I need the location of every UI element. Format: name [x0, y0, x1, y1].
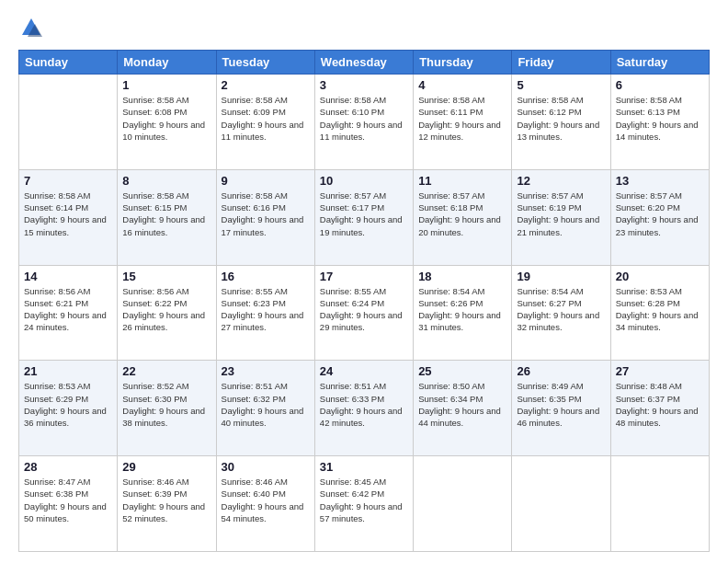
day-number: 30	[222, 460, 310, 474]
calendar-cell: 1Sunrise: 8:58 AMSunset: 6:08 PMDaylight…	[118, 75, 216, 170]
calendar-cell: 29Sunrise: 8:46 AMSunset: 6:39 PMDayligh…	[118, 456, 216, 552]
calendar-cell: 20Sunrise: 8:53 AMSunset: 6:28 PMDayligh…	[610, 265, 709, 361]
calendar-cell: 17Sunrise: 8:55 AMSunset: 6:24 PMDayligh…	[314, 265, 413, 361]
calendar-cell: 24Sunrise: 8:51 AMSunset: 6:33 PMDayligh…	[314, 361, 413, 456]
day-info: Sunrise: 8:46 AMSunset: 6:40 PMDaylight:…	[222, 476, 310, 524]
day-info: Sunrise: 8:53 AMSunset: 6:29 PMDaylight:…	[24, 380, 112, 429]
calendar-cell: 22Sunrise: 8:52 AMSunset: 6:30 PMDayligh…	[118, 361, 216, 456]
day-info: Sunrise: 8:47 AMSunset: 6:38 PMDaylight:…	[24, 476, 112, 524]
day-number: 7	[24, 174, 112, 188]
day-number: 31	[320, 460, 408, 474]
day-info: Sunrise: 8:58 AMSunset: 6:11 PMDaylight:…	[418, 94, 506, 143]
calendar-header-tuesday: Tuesday	[216, 51, 314, 75]
calendar-week-row: 14Sunrise: 8:56 AMSunset: 6:21 PMDayligh…	[19, 265, 710, 361]
calendar-cell	[512, 456, 610, 552]
day-number: 18	[418, 270, 506, 283]
calendar-cell: 7Sunrise: 8:58 AMSunset: 6:14 PMDaylight…	[19, 169, 118, 265]
day-number: 19	[517, 270, 605, 283]
day-number: 26	[517, 364, 605, 378]
day-number: 16	[222, 270, 310, 283]
day-info: Sunrise: 8:58 AMSunset: 6:08 PMDaylight:…	[122, 94, 210, 143]
day-number: 1	[122, 78, 210, 92]
day-info: Sunrise: 8:49 AMSunset: 6:35 PMDaylight:…	[517, 380, 605, 429]
calendar-header-monday: Monday	[118, 51, 216, 75]
day-info: Sunrise: 8:54 AMSunset: 6:26 PMDaylight:…	[418, 285, 506, 334]
logo	[18, 15, 46, 40]
day-info: Sunrise: 8:48 AMSunset: 6:37 PMDaylight:…	[616, 380, 704, 429]
calendar-header-wednesday: Wednesday	[314, 51, 413, 75]
calendar-cell: 14Sunrise: 8:56 AMSunset: 6:21 PMDayligh…	[19, 265, 118, 361]
day-number: 6	[616, 78, 704, 92]
day-number: 13	[616, 174, 704, 188]
day-info: Sunrise: 8:56 AMSunset: 6:21 PMDaylight:…	[24, 285, 112, 334]
calendar-cell: 10Sunrise: 8:57 AMSunset: 6:17 PMDayligh…	[314, 169, 413, 265]
day-number: 4	[418, 78, 506, 92]
day-info: Sunrise: 8:51 AMSunset: 6:32 PMDaylight:…	[222, 380, 310, 429]
calendar-cell: 15Sunrise: 8:56 AMSunset: 6:22 PMDayligh…	[118, 265, 216, 361]
day-number: 21	[24, 364, 112, 378]
day-number: 25	[418, 364, 506, 378]
day-info: Sunrise: 8:51 AMSunset: 6:33 PMDaylight:…	[320, 380, 408, 429]
calendar-header-thursday: Thursday	[414, 51, 512, 75]
calendar-cell: 2Sunrise: 8:58 AMSunset: 6:09 PMDaylight…	[216, 75, 314, 170]
day-number: 27	[616, 364, 704, 378]
calendar-cell: 30Sunrise: 8:46 AMSunset: 6:40 PMDayligh…	[216, 456, 314, 552]
day-number: 11	[418, 174, 506, 188]
calendar-header-row: SundayMondayTuesdayWednesdayThursdayFrid…	[19, 51, 710, 75]
calendar-cell	[414, 456, 512, 552]
day-info: Sunrise: 8:53 AMSunset: 6:28 PMDaylight:…	[616, 285, 704, 334]
calendar-header-friday: Friday	[512, 51, 610, 75]
day-number: 17	[320, 270, 408, 283]
day-info: Sunrise: 8:55 AMSunset: 6:23 PMDaylight:…	[222, 285, 310, 334]
day-number: 20	[616, 270, 704, 283]
calendar-cell: 11Sunrise: 8:57 AMSunset: 6:18 PMDayligh…	[414, 169, 512, 265]
day-info: Sunrise: 8:58 AMSunset: 6:12 PMDaylight:…	[517, 94, 605, 143]
calendar-table: SundayMondayTuesdayWednesdayThursdayFrid…	[18, 50, 710, 552]
day-info: Sunrise: 8:56 AMSunset: 6:22 PMDaylight:…	[122, 285, 210, 334]
calendar-cell: 27Sunrise: 8:48 AMSunset: 6:37 PMDayligh…	[610, 361, 709, 456]
day-info: Sunrise: 8:52 AMSunset: 6:30 PMDaylight:…	[122, 380, 210, 429]
day-info: Sunrise: 8:57 AMSunset: 6:17 PMDaylight:…	[320, 190, 408, 238]
day-info: Sunrise: 8:58 AMSunset: 6:10 PMDaylight:…	[320, 94, 408, 143]
header	[18, 15, 710, 40]
calendar-cell: 23Sunrise: 8:51 AMSunset: 6:32 PMDayligh…	[216, 361, 314, 456]
calendar-cell: 9Sunrise: 8:58 AMSunset: 6:16 PMDaylight…	[216, 169, 314, 265]
day-info: Sunrise: 8:55 AMSunset: 6:24 PMDaylight:…	[320, 285, 408, 334]
day-number: 10	[320, 174, 408, 188]
day-number: 5	[517, 78, 605, 92]
day-number: 24	[320, 364, 408, 378]
day-info: Sunrise: 8:57 AMSunset: 6:18 PMDaylight:…	[418, 190, 506, 238]
day-number: 2	[222, 78, 310, 92]
day-info: Sunrise: 8:58 AMSunset: 6:09 PMDaylight:…	[222, 94, 310, 143]
day-info: Sunrise: 8:58 AMSunset: 6:13 PMDaylight:…	[616, 94, 704, 143]
day-number: 8	[122, 174, 210, 188]
day-number: 12	[517, 174, 605, 188]
calendar-cell: 28Sunrise: 8:47 AMSunset: 6:38 PMDayligh…	[19, 456, 118, 552]
calendar-cell: 25Sunrise: 8:50 AMSunset: 6:34 PMDayligh…	[414, 361, 512, 456]
calendar-cell: 4Sunrise: 8:58 AMSunset: 6:11 PMDaylight…	[414, 75, 512, 170]
day-info: Sunrise: 8:50 AMSunset: 6:34 PMDaylight:…	[418, 380, 506, 429]
calendar-cell: 16Sunrise: 8:55 AMSunset: 6:23 PMDayligh…	[216, 265, 314, 361]
day-info: Sunrise: 8:57 AMSunset: 6:19 PMDaylight:…	[517, 190, 605, 238]
calendar-cell: 26Sunrise: 8:49 AMSunset: 6:35 PMDayligh…	[512, 361, 610, 456]
day-info: Sunrise: 8:46 AMSunset: 6:39 PMDaylight:…	[122, 476, 210, 524]
calendar-cell: 5Sunrise: 8:58 AMSunset: 6:12 PMDaylight…	[512, 75, 610, 170]
calendar-header-saturday: Saturday	[610, 51, 709, 75]
day-number: 29	[122, 460, 210, 474]
calendar-cell: 12Sunrise: 8:57 AMSunset: 6:19 PMDayligh…	[512, 169, 610, 265]
calendar-cell: 6Sunrise: 8:58 AMSunset: 6:13 PMDaylight…	[610, 75, 709, 170]
calendar-header-sunday: Sunday	[19, 51, 118, 75]
logo-icon	[18, 15, 44, 40]
day-info: Sunrise: 8:58 AMSunset: 6:16 PMDaylight:…	[222, 190, 310, 238]
day-info: Sunrise: 8:54 AMSunset: 6:27 PMDaylight:…	[517, 285, 605, 334]
day-number: 15	[122, 270, 210, 283]
calendar-cell: 3Sunrise: 8:58 AMSunset: 6:10 PMDaylight…	[314, 75, 413, 170]
day-info: Sunrise: 8:58 AMSunset: 6:14 PMDaylight:…	[24, 190, 112, 238]
day-number: 14	[24, 270, 112, 283]
calendar-cell	[610, 456, 709, 552]
calendar-week-row: 21Sunrise: 8:53 AMSunset: 6:29 PMDayligh…	[19, 361, 710, 456]
calendar-cell: 19Sunrise: 8:54 AMSunset: 6:27 PMDayligh…	[512, 265, 610, 361]
calendar-week-row: 1Sunrise: 8:58 AMSunset: 6:08 PMDaylight…	[19, 75, 710, 170]
calendar-cell: 8Sunrise: 8:58 AMSunset: 6:15 PMDaylight…	[118, 169, 216, 265]
calendar-cell: 18Sunrise: 8:54 AMSunset: 6:26 PMDayligh…	[414, 265, 512, 361]
